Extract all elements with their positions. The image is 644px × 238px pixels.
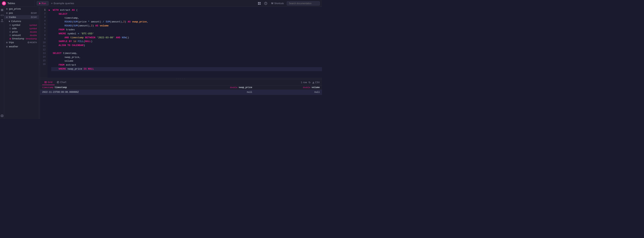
data-table-container[interactable]: timestamp timestamp double vwap_price do… [40, 85, 322, 119]
code-line-5: ROUND(SUM(amount),2) AS volume [53, 24, 322, 28]
column-timestamp[interactable]: ⊞ timestamp timestamp [8, 37, 39, 40]
pos-badge: DAY [31, 12, 37, 14]
svg-rect-10 [272, 3, 273, 3]
line-num-2: 2 [40, 12, 46, 16]
line-num-1: 1 [40, 8, 46, 12]
side-dot-icon [10, 28, 11, 29]
sidebar-icon-button[interactable] [0, 8, 4, 12]
run-ind-1[interactable] [48, 8, 51, 12]
line-num-6: 6 [40, 26, 46, 30]
col-type-volume: double [303, 86, 312, 89]
column-amount[interactable]: amount double [8, 34, 39, 37]
code-lines[interactable]: WITH extract AS ( SELECT timestamp, ROUN… [51, 7, 322, 78]
table-name-weather: weather [9, 45, 37, 48]
svg-text:?: ? [265, 3, 266, 5]
line-num-9: 9 [40, 37, 46, 41]
columns-header[interactable]: ▼ Columns [8, 19, 39, 23]
logo-icon [2, 1, 6, 6]
line-num-15: 15 [40, 59, 46, 63]
code-line-15: FROM extract [53, 63, 322, 67]
sidebar-item-weather[interactable]: ⊞ weather [4, 45, 39, 49]
shortcuts-button[interactable]: Shortcuts [270, 2, 285, 5]
col-name-timestamp: timestamp [54, 86, 67, 89]
editor-results-resize-handle[interactable]: · · · · · [40, 78, 322, 79]
code-editor[interactable]: 1 2 3 4 5 6 7 8 9 10 11 12 13 14 15 16 [40, 7, 322, 78]
grid-tab-icon [44, 81, 47, 83]
col-name-vwap-price: vwap_price [239, 86, 252, 89]
topbar-left: Tables [0, 0, 35, 7]
code-line-8: AND timestamp BETWEEN '2022-03-08' AND N… [53, 36, 322, 40]
svg-rect-26 [46, 81, 46, 82]
svg-rect-11 [271, 4, 273, 4]
column-price[interactable]: price double [8, 30, 39, 34]
code-line-11 [53, 48, 322, 52]
svg-line-24 [28, 43, 29, 43]
tab-grid[interactable]: Grid [42, 80, 54, 85]
code-line-6: FROM trades [53, 28, 322, 32]
code-line-7: WHERE symbol = 'BTC-USD' [53, 32, 322, 36]
svg-rect-13 [1, 10, 3, 10]
help-icon-button[interactable]: ? [263, 1, 268, 6]
svg-line-31 [57, 82, 58, 83]
csv-download-button[interactable]: CSV [312, 81, 320, 84]
column-side[interactable]: side symbol [8, 27, 39, 30]
table-icon: ⊞ [6, 8, 8, 10]
line-num-8: 8 [40, 34, 46, 37]
line-num-3: 3 [40, 16, 46, 19]
example-queries-button[interactable]: + Example queries [51, 2, 74, 5]
symbol-dot-icon [10, 24, 11, 26]
col-type-vwap-price: double [230, 86, 238, 89]
timestamp-ts-icon: ⊞ [10, 38, 11, 40]
line-num-14: 14 [40, 55, 46, 59]
icon-bar [0, 7, 4, 119]
upload-icon-button[interactable] [0, 19, 4, 22]
svg-line-18 [32, 13, 32, 14]
svg-rect-12 [1, 9, 3, 10]
col-type-timestamp: timestamp [42, 86, 54, 89]
cell-volume: null [254, 90, 322, 95]
settings-icon-button[interactable] [0, 114, 4, 117]
search-documentation-input[interactable] [287, 1, 320, 6]
run-triangle-icon [39, 3, 41, 4]
run-play-icon [49, 10, 50, 11]
code-line-10: ALIGN TO CALENDAR) [53, 44, 322, 48]
line-num-12: 12 [40, 48, 46, 52]
line-num-5: 5 [40, 23, 46, 26]
sidebar-item-gas-prices[interactable]: ⊞ gas_prices [4, 7, 39, 11]
topbar: Tables Run + Example queries ? [0, 0, 322, 7]
line-num-11: 11 [40, 45, 46, 48]
columns-label: Columns [11, 20, 21, 23]
sidebar-item-trips[interactable]: ⊞ trips MONTH [4, 40, 39, 45]
integration-icon-button[interactable] [257, 1, 262, 6]
column-symbol[interactable]: symbol symbol [8, 23, 39, 27]
sidebar-item-pos[interactable]: ⊞ pos DAY [4, 11, 39, 15]
tables-label: Tables [8, 2, 15, 5]
chart-tab-icon [57, 81, 59, 83]
svg-rect-9 [271, 3, 272, 3]
table-icon: ⊞ [6, 12, 8, 14]
refresh-button[interactable]: ↻ [308, 81, 311, 84]
tab-chart[interactable]: Chart [54, 80, 68, 85]
table-icon: ⊞ [6, 16, 8, 19]
table-name-trades: trades [9, 16, 30, 19]
shortcuts-label: Shortcuts [274, 2, 284, 5]
code-line-2: SELECT [53, 12, 322, 16]
sidebar-item-trades[interactable]: ⊞ trades DAY [4, 15, 39, 19]
table-icon: ⊞ [6, 46, 8, 48]
line-num-7: 7 [40, 30, 46, 34]
table-name-trips: trips [9, 41, 26, 44]
chart-tab-label: Chart [60, 81, 66, 84]
line-num-10: 10 [40, 41, 46, 45]
main-content: ⊞ gas_prices ⊞ pos DAY ⊞ trades [0, 7, 322, 119]
column-name-side: side [12, 27, 28, 30]
column-type-symbol: symbol [30, 24, 37, 26]
run-button[interactable]: Run [37, 1, 48, 6]
code-line-1: WITH extract AS ( [53, 8, 322, 12]
col-name-volume: volume [312, 86, 320, 89]
topbar-center: Run + Example queries [35, 1, 254, 6]
svg-rect-25 [45, 81, 46, 82]
svg-rect-27 [45, 82, 46, 83]
results-tabs: Grid Chart 1 row ↻ [40, 79, 322, 85]
code-line-3: timestamp, [53, 16, 322, 20]
code-icon-button[interactable] [0, 14, 4, 17]
